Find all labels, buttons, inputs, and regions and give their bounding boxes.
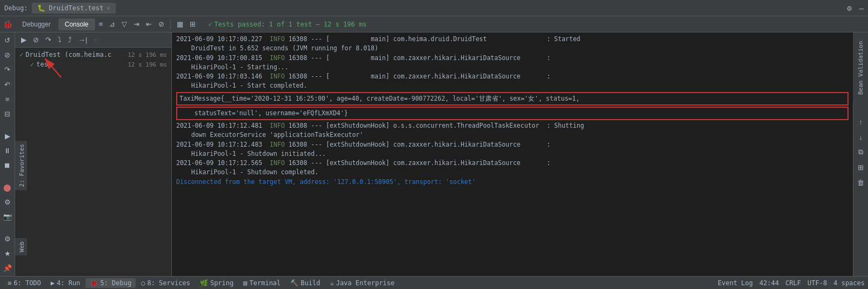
title-tab[interactable]: 🐛 DruidTest.test ✕	[32, 3, 115, 14]
tab-toolbar: 🐞 Debugger Console ≡ ⊿ ▽ ⇥ ⇤ ⊘ ▦ ⊞ ✓ Tes…	[0, 16, 868, 32]
test-status-text: Tests passed: 1 of 1 test – 12 s 196 ms	[215, 21, 367, 28]
settings-tool-icon[interactable]: ⚙	[2, 233, 14, 245]
run-label: 4: Run	[57, 279, 80, 287]
tab-build[interactable]: 🔨 Build	[286, 278, 324, 288]
status-bar: ≡ 6: TODO ▶ 4: Run 🐞 5: Debug ○ 8: Servi…	[0, 276, 868, 289]
table2-icon[interactable]: ⊞	[187, 19, 198, 29]
test-tree: ✓ DruidTest (com.heima.c 12 s 196 ms ✓ t…	[15, 48, 171, 276]
expand-icon[interactable]: ≡	[2, 94, 14, 105]
services-label: 8: Services	[147, 279, 190, 287]
test-class-time: 12 s 196 ms	[128, 51, 167, 58]
terminal-icon: ▤	[243, 279, 247, 287]
right-copy-icon[interactable]: ⧉	[855, 146, 867, 158]
test-tree-item-druidtest[interactable]: ✓ DruidTest (com.heima.c 12 s 196 ms	[15, 50, 171, 60]
run-cursor[interactable]: →|	[76, 35, 90, 45]
sep1	[170, 19, 171, 29]
title-bar: Debug: 🐛 DruidTest.test ✕ ⚙ —	[0, 0, 868, 16]
console-line-4: HikariPool-1 - Starting...	[176, 63, 849, 72]
step-over2[interactable]: ↷	[43, 35, 54, 45]
resume-icon[interactable]: ▶	[18, 35, 29, 45]
test-tree-item-test[interactable]: ✓ test 12 s 196 ms	[15, 60, 171, 69]
tab-debug[interactable]: 🐞 5: Debug	[85, 278, 136, 288]
console-line-6: HikariPool-1 - Start completed.	[176, 81, 849, 90]
test-class-name: DruidTest (com.heima.c	[25, 51, 111, 58]
tab-spring[interactable]: 🌿 Spring	[196, 278, 238, 288]
left-tools: ↺ ⊘ ↷ ↶ ≡ ⊟ ▶ ⏸ ⏹ ⬤ ⚙ 📷 ⚙ ★ 📌	[0, 32, 15, 276]
menu-icon[interactable]: ≡	[96, 19, 106, 29]
tab-debugger[interactable]: Debugger	[16, 18, 57, 30]
close-tab-icon[interactable]: ✕	[107, 5, 110, 11]
stop-icon2[interactable]: ⊘	[30, 35, 42, 45]
todo-label: 6: TODO	[14, 279, 41, 287]
console-line-11: 2021-06-09 10:17:12.565 INFO 16308 --- […	[176, 159, 849, 168]
java-enterprise-icon: ☕	[330, 279, 333, 287]
resume-btn[interactable]: ▶	[2, 130, 14, 142]
breakpoint-icon[interactable]: ⬤	[2, 182, 14, 193]
bean-validation-label[interactable]: Bean Validation	[853, 32, 868, 103]
right-print-icon[interactable]: ⊞	[855, 161, 867, 173]
tab-todo[interactable]: ≡ 6: TODO	[3, 278, 45, 288]
table-icon[interactable]: ▦	[174, 19, 186, 29]
right-tools: Bean Validation ↑ ↓ ⧉ ⊞ 🗑	[853, 32, 868, 276]
console-line-3: 2021-06-09 10:17:00.815 INFO 16308 --- […	[176, 54, 849, 63]
check-icon: ✓	[208, 21, 212, 28]
build-label: Build	[301, 279, 320, 287]
sort-up-icon[interactable]: ⊿	[106, 19, 118, 29]
run-icon: ▶	[51, 279, 55, 287]
stop-btn[interactable]: ⏹	[2, 160, 14, 171]
console-line-9: 2021-06-09 10:17:12.483 INFO 16308 --- […	[176, 140, 849, 149]
step-out2[interactable]: ⤴	[65, 35, 75, 45]
indent-label[interactable]: 4 spaces	[833, 279, 865, 287]
star-icon[interactable]: ★	[2, 248, 14, 259]
camera-icon[interactable]: 📷	[2, 211, 14, 222]
bug-icon: 🐛	[37, 4, 45, 12]
console-line-1: 2021-06-09 10:17:00.227 INFO 16308 --- […	[176, 35, 849, 44]
terminal-label: Terminal	[250, 279, 281, 287]
console-line-12: HikariPool-1 - Shutdown completed.	[176, 168, 849, 177]
pin-icon[interactable]: 📌	[2, 262, 14, 274]
java-enterprise-label: Java Enterprise	[336, 279, 395, 287]
check-pass-icon: ✓	[19, 51, 23, 58]
main-area: ↺ ⊘ ↷ ↶ ≡ ⊟ ▶ ⏸ ⏹ ⬤ ⚙ 📷 ⚙ ★ 📌 2: Favorit…	[0, 32, 868, 276]
tab-terminal[interactable]: ▤ Terminal	[239, 278, 285, 288]
console-highlight-1: TaxiMessage{__time='2020-12-31 16:25:00'…	[176, 92, 849, 106]
debug-icon: 🐞	[3, 20, 12, 29]
tab-services[interactable]: ○ 8: Services	[137, 278, 195, 288]
services-icon: ○	[141, 279, 145, 287]
console-highlight-2: statusText='null', username='eFQfLXmXD4'…	[176, 107, 849, 120]
encoding-label[interactable]: UTF-8	[807, 279, 827, 287]
collapse-icon[interactable]: ⊟	[2, 108, 14, 120]
tab-console[interactable]: Console	[58, 18, 95, 30]
step-back-icon[interactable]: ↶	[2, 78, 14, 90]
sort-down-icon[interactable]: ▽	[119, 19, 130, 29]
right-delete-icon[interactable]: 🗑	[855, 176, 867, 188]
debug-status-icon: 🐞	[90, 279, 98, 287]
test-method-time: 12 s 196 ms	[128, 61, 167, 68]
console-panel[interactable]: 2021-06-09 10:17:00.227 INFO 16308 --- […	[172, 32, 853, 276]
minimize-icon[interactable]: —	[859, 4, 864, 12]
cursor-position[interactable]: 42:44	[759, 279, 779, 287]
settings-icon[interactable]: ⚙	[847, 4, 851, 12]
sidebar-label-favorites[interactable]: 2: Favorites	[15, 141, 27, 190]
tab-run[interactable]: ▶ 4: Run	[46, 278, 85, 288]
tab-java-enterprise[interactable]: ☕ Java Enterprise	[325, 278, 399, 288]
import-icon[interactable]: ⇤	[143, 19, 155, 29]
right-up-icon[interactable]: ↑	[855, 116, 867, 128]
stop-icon[interactable]: ⊘	[2, 49, 14, 61]
event-log-link[interactable]: Event Log	[718, 279, 753, 287]
test-toolbar: ▶ ⊘ ↷ ⤵ ⤴ →| »	[15, 32, 171, 48]
step-into2[interactable]: ⤵	[55, 35, 64, 45]
view-breakpoints-icon[interactable]: ⚙	[2, 196, 14, 208]
check-pass-child-icon: ✓	[30, 61, 34, 68]
spring-label: Spring	[210, 279, 233, 287]
console-line-2: DruidTest in 5.652 seconds (JVM running …	[176, 44, 849, 53]
filter-icon[interactable]: ⊘	[156, 19, 167, 29]
right-down-icon[interactable]: ↓	[855, 131, 867, 143]
step-over-icon[interactable]: ↷	[2, 64, 14, 75]
rerun-icon[interactable]: ↺	[2, 35, 14, 46]
pause-btn[interactable]: ⏸	[2, 145, 14, 156]
line-separator[interactable]: CRLF	[785, 279, 801, 287]
sidebar-label-web[interactable]: Web	[15, 238, 27, 255]
export-icon[interactable]: ⇥	[131, 19, 142, 29]
debug-label: 5: Debug	[100, 279, 131, 287]
